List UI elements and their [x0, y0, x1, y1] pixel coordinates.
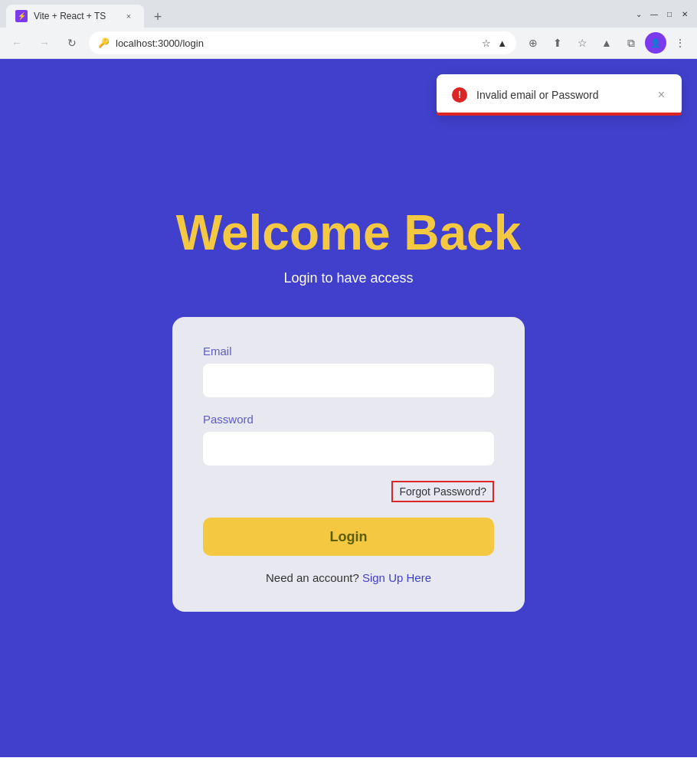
welcome-heading: Welcome Back — [176, 204, 522, 261]
error-close-button[interactable]: × — [656, 87, 666, 103]
welcome-subtext: Login to have access — [283, 270, 413, 286]
url-bar[interactable]: 🔑 localhost:3000/login ☆ ▲ — [89, 31, 516, 54]
tab-label: Vite + React + TS — [34, 11, 116, 21]
star-button[interactable]: ☆ — [571, 32, 593, 54]
page-content: ! Invalid email or Password × Welcome Ba… — [0, 59, 697, 757]
profile-button[interactable]: 👤 — [645, 32, 666, 54]
address-bar: ← → ↻ 🔑 localhost:3000/login ☆ ▲ ⊕ ⬆ ☆ ▲… — [0, 28, 697, 58]
password-input[interactable] — [203, 432, 494, 466]
minimize-window-button[interactable]: — — [648, 8, 660, 20]
email-input[interactable] — [203, 364, 494, 397]
lock-icon: 🔑 — [98, 38, 110, 48]
share-button[interactable]: ⬆ — [547, 32, 568, 54]
zoom-button[interactable]: ⊕ — [522, 32, 544, 54]
minimize-button[interactable]: ⌄ — [633, 8, 645, 20]
extension-puzzle-icon[interactable]: ▲ — [596, 32, 617, 54]
sidebar-button[interactable]: ⧉ — [620, 32, 642, 54]
new-tab-button[interactable]: + — [147, 6, 169, 28]
error-toast: ! Invalid email or Password × — [437, 74, 682, 116]
email-group: Email — [203, 345, 494, 397]
password-label: Password — [203, 413, 494, 426]
reload-button[interactable]: ↻ — [61, 32, 83, 54]
email-label: Email — [203, 345, 494, 358]
browser-tab[interactable]: ⚡ Vite + React + TS × — [6, 5, 144, 28]
forward-button[interactable]: → — [34, 32, 55, 54]
error-progress-bar — [437, 113, 682, 116]
signup-row: Need an account? Sign Up Here — [203, 571, 494, 584]
forgot-password-row: Forgot Password? — [203, 481, 494, 502]
maximize-button[interactable]: □ — [663, 8, 676, 20]
forgot-password-link[interactable]: Forgot Password? — [391, 481, 494, 502]
url-text: localhost:3000/login — [116, 38, 476, 49]
vite-icon: ⚡ — [15, 10, 28, 22]
back-button[interactable]: ← — [6, 32, 28, 54]
menu-button[interactable]: ⋮ — [669, 32, 691, 54]
error-message: Invalid email or Password — [476, 89, 647, 101]
browser-chrome: ⚡ Vite + React + TS × + ⌄ — □ ✕ ← → ↻ 🔑 … — [0, 0, 697, 59]
browser-actions: ⊕ ⬆ ☆ ▲ ⧉ 👤 ⋮ — [522, 32, 691, 54]
bookmark-icon[interactable]: ☆ — [482, 38, 491, 49]
login-button[interactable]: Login — [203, 518, 494, 556]
close-button[interactable]: ✕ — [679, 8, 691, 20]
signup-text: Need an account? — [266, 571, 359, 584]
tab-close-button[interactable]: × — [123, 10, 135, 22]
extension-icon: ▲ — [497, 38, 507, 49]
signup-link[interactable]: Sign Up Here — [362, 571, 431, 584]
error-icon: ! — [452, 87, 467, 103]
login-card: Email Password Forgot Password? Login Ne… — [172, 317, 525, 612]
title-bar: ⚡ Vite + React + TS × + ⌄ — □ ✕ — [0, 0, 697, 28]
password-group: Password — [203, 413, 494, 466]
window-controls: ⌄ — □ ✕ — [633, 8, 691, 20]
